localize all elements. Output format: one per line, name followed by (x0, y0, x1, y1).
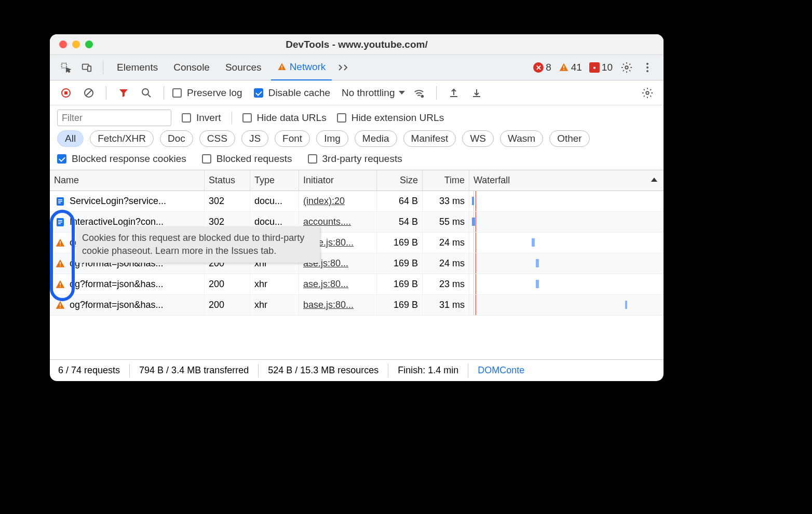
throttling-select[interactable]: No throttling (342, 87, 405, 99)
error-counter[interactable]: ✕ 8 (531, 62, 553, 73)
tab-network[interactable]: Network (271, 55, 332, 80)
hide-data-urls-checkbox[interactable]: Hide data URLs (242, 112, 327, 124)
svg-rect-34 (60, 307, 61, 308)
row-size: 169 B (377, 253, 423, 274)
preserve-log-label: Preserve log (187, 87, 242, 99)
network-toolbar: Preserve log Disable cache No throttling (50, 80, 664, 105)
chip-js[interactable]: JS (241, 130, 268, 147)
row-time: 55 ms (423, 212, 469, 232)
row-time: 31 ms (423, 295, 469, 315)
tab-sources[interactable]: Sources (219, 55, 268, 80)
svg-rect-3 (281, 65, 282, 68)
row-size: 169 B (377, 233, 423, 253)
chip-css[interactable]: CSS (199, 130, 235, 147)
row-initiator[interactable]: accounts.... (303, 217, 351, 227)
svg-rect-26 (58, 223, 61, 224)
chip-ws[interactable]: WS (462, 130, 494, 147)
hide-extension-urls-checkbox[interactable]: Hide extension URLs (337, 112, 444, 124)
col-time[interactable]: Time (423, 170, 469, 191)
blocked-counter[interactable]: ▪ 10 (587, 62, 615, 73)
row-initiator[interactable]: ase.js:80... (303, 279, 348, 290)
disable-cache-checkbox[interactable]: Disable cache (254, 87, 330, 99)
third-party-checkbox[interactable]: 3rd-party requests (308, 153, 402, 165)
tab-elements[interactable]: Elements (111, 55, 164, 80)
more-menu-icon[interactable] (639, 59, 656, 76)
svg-line-14 (86, 90, 91, 96)
disable-cache-label: Disable cache (268, 87, 330, 99)
table-row[interactable]: og?format=json&has...200xhrbase.js:80...… (50, 295, 664, 316)
svg-point-17 (421, 94, 424, 98)
chip-fetch-xhr[interactable]: Fetch/XHR (90, 130, 154, 147)
warning-counter[interactable]: 41 (557, 62, 584, 73)
svg-point-9 (646, 66, 648, 69)
row-type: xhr (250, 295, 299, 315)
col-initiator[interactable]: Initiator (299, 170, 377, 191)
chip-media[interactable]: Media (355, 130, 397, 147)
warning-count: 41 (571, 62, 582, 73)
svg-rect-6 (563, 69, 564, 70)
inspect-element-icon[interactable] (57, 59, 75, 76)
warning-icon (54, 237, 66, 249)
status-domcontentloaded[interactable]: DOMConte (478, 365, 524, 376)
device-toggle-icon[interactable] (78, 59, 96, 76)
filter-row: Invert Hide data URLs Hide extension URL… (50, 105, 664, 128)
record-button[interactable] (57, 84, 75, 102)
row-status: 302 (205, 191, 250, 211)
blocked-cookies-checkbox[interactable]: Blocked response cookies (57, 153, 186, 165)
row-name: InteractiveLogin?con... (70, 217, 164, 227)
chip-img[interactable]: Img (316, 130, 348, 147)
filter-icon[interactable] (115, 84, 132, 102)
close-window-button[interactable] (59, 40, 67, 48)
more-tabs-icon[interactable] (335, 59, 353, 76)
tab-console[interactable]: Console (167, 55, 216, 80)
chip-manifest[interactable]: Manifest (403, 130, 456, 147)
waterfall-bar (536, 259, 539, 267)
col-name[interactable]: Name (50, 170, 205, 191)
maximize-window-button[interactable] (85, 40, 93, 48)
preserve-log-checkbox[interactable]: Preserve log (172, 87, 242, 99)
minimize-window-button[interactable] (72, 40, 80, 48)
svg-line-16 (148, 94, 151, 97)
blocked-cookies-label: Blocked response cookies (72, 153, 186, 165)
row-status: 200 (205, 295, 250, 315)
status-requests: 6 / 74 requests (58, 365, 120, 376)
col-waterfall[interactable]: Waterfall (469, 170, 664, 191)
row-waterfall (469, 253, 664, 274)
col-type[interactable]: Type (250, 170, 299, 191)
chip-wasm[interactable]: Wasm (500, 130, 543, 147)
row-size: 169 B (377, 274, 423, 294)
network-settings-icon[interactable] (639, 84, 656, 102)
svg-point-8 (646, 63, 648, 65)
row-time: 24 ms (423, 233, 469, 253)
filter-input[interactable] (57, 110, 171, 126)
warning-icon (54, 278, 66, 291)
svg-rect-32 (60, 286, 61, 287)
row-initiator[interactable]: (index):20 (303, 196, 345, 207)
import-har-icon[interactable] (445, 84, 463, 102)
chip-doc[interactable]: Doc (160, 130, 193, 147)
warning-icon (54, 299, 66, 312)
row-initiator[interactable]: base.js:80... (303, 300, 354, 310)
svg-point-10 (646, 70, 648, 72)
table-row[interactable]: og?format=json&has...200xhrase.js:80...1… (50, 274, 664, 295)
network-conditions-icon[interactable] (410, 84, 428, 102)
export-har-icon[interactable] (468, 84, 485, 102)
settings-icon[interactable] (618, 59, 635, 76)
chip-other[interactable]: Other (549, 130, 590, 147)
status-finish: Finish: 1.4 min (398, 365, 458, 376)
sort-asc-icon (651, 178, 657, 182)
invert-checkbox[interactable]: Invert (182, 112, 221, 124)
chip-all[interactable]: All (57, 130, 84, 147)
chip-font[interactable]: Font (275, 130, 310, 147)
col-size[interactable]: Size (377, 170, 423, 191)
window-title: DevTools - www.youtube.com/ (286, 39, 427, 50)
clear-button[interactable] (80, 84, 98, 102)
row-size: 64 B (377, 191, 423, 211)
blocked-requests-checkbox[interactable]: Blocked requests (202, 153, 292, 165)
svg-rect-4 (281, 69, 282, 70)
svg-rect-20 (58, 199, 62, 200)
requests-table: Name Status Type Initiator Size Time Wat… (50, 170, 664, 331)
table-row[interactable]: ServiceLogin?service...302docu...(index)… (50, 191, 664, 212)
search-icon[interactable] (138, 84, 155, 102)
col-status[interactable]: Status (205, 170, 250, 191)
